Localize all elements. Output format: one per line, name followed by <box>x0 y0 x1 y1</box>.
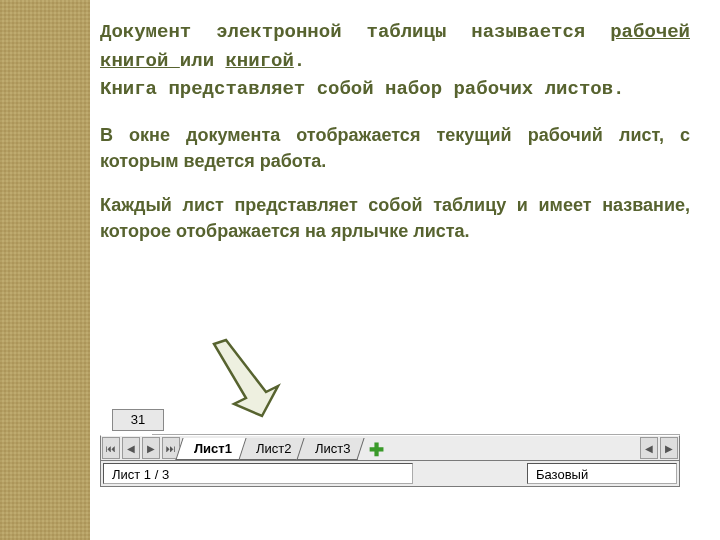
paragraph-1: Документ электронной таблицы называется … <box>100 18 690 104</box>
sheet-tab-2[interactable]: Лист2 <box>237 438 306 460</box>
slide-content: Документ электронной таблицы называется … <box>100 18 690 244</box>
sheet-tab-bar: ⏮ ◀ ▶ ⏭ Лист1 Лист2 Лист3 ✚ ◀ ▶ <box>100 435 680 461</box>
status-bar: Лист 1 / 3 Базовый <box>100 461 680 487</box>
text: или <box>180 50 226 72</box>
scroll-right-button[interactable]: ▶ <box>660 437 678 459</box>
row-number-cell[interactable]: 31 <box>112 409 164 431</box>
paragraph-3: Каждый лист представляет собой таблицу и… <box>100 192 690 244</box>
prev-sheet-button[interactable]: ◀ <box>122 437 140 459</box>
sheet-tab-label: Лист2 <box>256 438 291 460</box>
text: Документ электронной таблицы называется <box>100 21 610 43</box>
next-sheet-button[interactable]: ▶ <box>142 437 160 459</box>
scroll-left-button[interactable]: ◀ <box>640 437 658 459</box>
sheet-tab-1[interactable]: Лист1 <box>175 438 246 460</box>
chevron-left-icon: ◀ <box>645 443 653 454</box>
underline-term-2: книгой <box>225 50 293 72</box>
decorative-texture <box>0 0 90 540</box>
nav-first-icon: ⏮ <box>106 443 116 454</box>
paragraph-2: В окне документа отображается текущий ра… <box>100 122 690 174</box>
nav-next-icon: ▶ <box>147 443 155 454</box>
row-header-strip: 31 <box>100 405 680 435</box>
spreadsheet-tabs-mock: 31 ⏮ ◀ ▶ ⏭ Лист1 Лист2 Лист3 ✚ ◀ ▶ Лист … <box>100 405 680 487</box>
style-indicator: Базовый <box>527 463 677 484</box>
nav-prev-icon: ◀ <box>127 443 135 454</box>
text: . <box>294 50 305 72</box>
nav-last-icon: ⏭ <box>166 443 176 454</box>
plus-icon: ✚ <box>369 439 384 461</box>
sheet-tab-3[interactable]: Лист3 <box>297 438 366 460</box>
chevron-right-icon: ▶ <box>665 443 673 454</box>
sheet-tab-label: Лист3 <box>315 438 350 460</box>
first-sheet-button[interactable]: ⏮ <box>102 437 120 459</box>
add-sheet-button[interactable]: ✚ <box>366 440 388 460</box>
text: Книга представляет собой набор рабочих л… <box>100 78 625 100</box>
spacer <box>415 461 525 486</box>
sheet-tab-label: Лист1 <box>194 438 232 460</box>
sheet-count-indicator: Лист 1 / 3 <box>103 463 413 484</box>
spacer <box>152 405 680 435</box>
